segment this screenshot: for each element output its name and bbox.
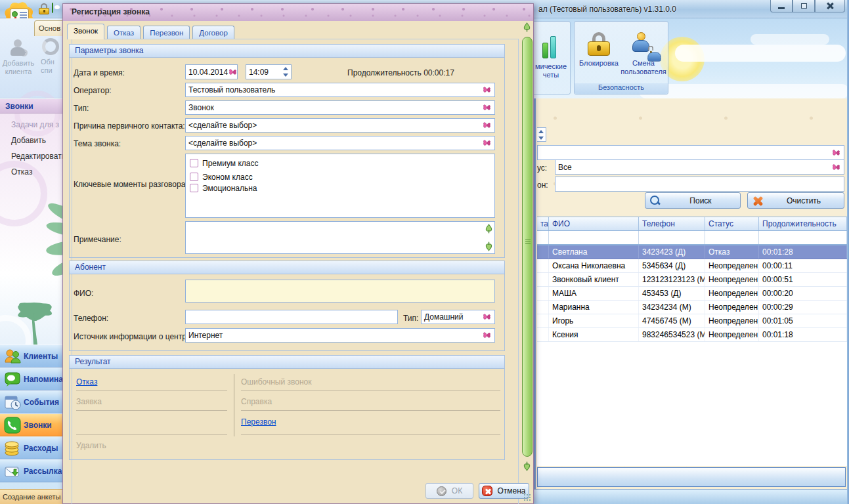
nav-reminders[interactable]: Напомина — [0, 368, 66, 390]
keypoints-label: Ключевые моменты разговора: — [74, 180, 188, 189]
leaf-down-icon[interactable] — [485, 242, 493, 251]
col-header-status[interactable]: Статус — [705, 217, 759, 230]
table-row[interactable]: Ксения 983246534523 (М) Неопределен 00:0… — [537, 328, 847, 342]
date-field[interactable]: 10.04.2014 — [185, 64, 238, 79]
search-type-field[interactable] — [537, 145, 844, 160]
butterfly-dropdown-icon[interactable] — [482, 331, 492, 340]
call-registration-dialog: Регистрация звонка Звонок Отказ Перезвон… — [62, 3, 534, 504]
subscriber-phone-field[interactable] — [185, 310, 398, 324]
col-header-cut[interactable]: та — [537, 217, 549, 230]
col-header-phone[interactable]: Телефон — [639, 217, 705, 230]
fio-label: ФИО: — [74, 289, 93, 298]
result-callback-link[interactable]: Перезвон — [241, 417, 276, 427]
nav-expenses[interactable]: Расходы — [0, 436, 66, 459]
tab-refuse[interactable]: Отказ — [107, 26, 141, 39]
close-button[interactable] — [815, 0, 845, 12]
window-controls — [770, 0, 845, 12]
note-textarea[interactable] — [185, 221, 495, 254]
operator-field[interactable]: Тестовый пользователь — [185, 83, 495, 97]
economic-reports-button[interactable]: мические четы — [534, 36, 571, 79]
keypoint-checkbox[interactable] — [190, 173, 198, 181]
fio-field[interactable] — [185, 280, 495, 303]
dialog-title[interactable]: Регистрация звонка — [63, 4, 533, 21]
keypoint-checkbox[interactable] — [190, 159, 198, 167]
spinner-arrows-icon[interactable] — [536, 129, 545, 140]
filter-cell[interactable] — [549, 231, 639, 244]
ribbon-right: мические четы Блокировка Смена пользоват… — [534, 18, 847, 98]
table-row[interactable]: Игорь 47456745 (М) Неопределен 00:01:05 — [537, 314, 847, 328]
sidebar-item-refuse[interactable]: Отказ — [0, 165, 66, 178]
ribbon-tab-main[interactable]: Основ — [34, 20, 65, 36]
filter-cell[interactable] — [759, 231, 847, 244]
leaf-up-icon[interactable] — [485, 224, 493, 234]
main-window-title: ал (Тестовый пользователь) v1.31.0.0 — [538, 5, 676, 14]
table-row[interactable]: МАША 453453 (Д) Неопределен 00:00:20 — [537, 287, 847, 301]
clear-button[interactable]: Очистить — [747, 192, 844, 209]
datetime-spinner-fragment[interactable] — [537, 127, 546, 142]
table-header: та ФИО Телефон Статус Продолжительность — [537, 217, 847, 231]
phone-type-field[interactable]: Домашний — [421, 310, 495, 324]
filter-cell[interactable] — [705, 231, 759, 244]
sidebar-item-add[interactable]: Добавить — [0, 134, 66, 147]
table-row[interactable]: Звонковый клиент 123123123123 (М) Неопре… — [537, 273, 847, 287]
calls-table: та ФИО Телефон Статус Продолжительность … — [537, 217, 847, 466]
phone-filter-field[interactable] — [555, 177, 844, 192]
cancel-button[interactable]: Отмена — [479, 483, 529, 499]
lock-workstation-button[interactable]: Блокировка — [578, 32, 619, 68]
resize-grip[interactable] — [523, 494, 531, 501]
call-type-field[interactable]: Звонок — [185, 100, 495, 115]
scroll-down-leaf-icon[interactable] — [523, 461, 531, 471]
nav-clients[interactable]: Клиенты — [0, 345, 66, 368]
contact-reason-field[interactable]: <сделайте выбор> — [185, 118, 495, 133]
screen: ал (Тестовый пользователь) v1.31.0.0 Осн… — [0, 0, 849, 504]
time-field[interactable]: 14:09 — [246, 64, 292, 79]
filter-cell[interactable] — [537, 231, 549, 244]
status-filter-field[interactable]: Все — [555, 159, 844, 175]
keypoint-checkbox[interactable] — [190, 184, 198, 192]
butterfly-dropdown-icon[interactable] — [482, 85, 492, 94]
info-source-label: Источник информации о центре: — [74, 332, 193, 341]
nav-events[interactable]: События — [0, 390, 66, 413]
quick-reminder-button[interactable] — [52, 3, 53, 12]
filter-cell[interactable] — [639, 231, 705, 244]
nav-calls[interactable]: Звонки — [0, 413, 66, 436]
table-row[interactable]: Оксана Николаевна 5345634 (Д) Неопределе… — [537, 259, 847, 273]
tab-call[interactable]: Звонок — [67, 24, 104, 39]
col-header-duration[interactable]: Продолжительность — [759, 217, 847, 230]
scrollbar-thumb[interactable] — [522, 37, 533, 457]
dialog-tabs: Звонок Отказ Перезвон Договор — [67, 24, 237, 39]
tab-contract[interactable]: Договор — [192, 26, 234, 39]
switch-user-button[interactable]: Смена пользователя — [619, 32, 668, 76]
sidebar-panel-title: Звонки — [0, 98, 66, 114]
barchart-icon — [542, 36, 559, 58]
table-row[interactable]: Светлана 3423423 (Д) Отказ 00:01:28 — [537, 245, 847, 259]
info-source-field[interactable]: Интернет — [185, 328, 495, 343]
group-result-title: Результат — [70, 356, 504, 369]
butterfly-dropdown-icon[interactable] — [482, 103, 492, 112]
butterfly-dropdown-icon[interactable] — [482, 138, 492, 148]
mail-icon — [4, 463, 21, 480]
minimize-button[interactable] — [770, 0, 793, 12]
butterfly-dropdown-icon[interactable] — [482, 312, 492, 322]
butterfly-dropdown-icon[interactable] — [831, 163, 841, 172]
group-subscriber-title: Абонент — [70, 261, 504, 274]
butterfly-dropdown-icon[interactable] — [482, 121, 492, 130]
maximize-button[interactable] — [793, 0, 815, 12]
time-spinner[interactable] — [281, 66, 290, 77]
col-header-fio[interactable]: ФИО — [549, 217, 639, 230]
ribbon-group-reports: мические четы — [534, 21, 571, 94]
search-button[interactable]: Поиск — [645, 192, 741, 209]
group-call-params: Параметры звонка Дата и время: 10.04.201… — [69, 44, 505, 258]
date-time-label: Дата и время: — [74, 68, 125, 77]
nav-mailing[interactable]: Рассылка — [0, 459, 66, 482]
sidebar-item-edit[interactable]: Редактировать — [0, 150, 66, 163]
table-row[interactable]: Марианна 34234234 (М) Неопределен 00:00:… — [537, 301, 847, 314]
call-topic-field[interactable]: <сделайте выбор> — [185, 136, 495, 150]
result-refuse-link[interactable]: Отказ — [76, 377, 97, 387]
scroll-up-leaf-icon[interactable] — [523, 22, 531, 32]
butterfly-dropdown-icon[interactable] — [228, 68, 238, 77]
close-icon — [826, 2, 834, 10]
phone-type-label: Тип: — [403, 314, 418, 323]
butterfly-dropdown-icon[interactable] — [831, 148, 841, 158]
tab-callback[interactable]: Перезвон — [143, 26, 190, 39]
